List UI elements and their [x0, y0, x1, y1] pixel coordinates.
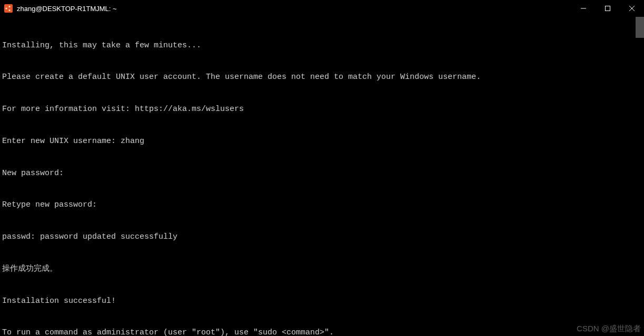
terminal-line: Retype new password: — [2, 200, 642, 210]
close-button[interactable] — [620, 0, 644, 17]
scrollbar-thumb[interactable] — [636, 17, 644, 38]
terminal-body[interactable]: Installing, this may take a few minutes.… — [0, 17, 644, 336]
window-title: zhang@DESKTOP-R1TMJML: ~ — [17, 5, 117, 13]
svg-point-2 — [9, 9, 11, 11]
svg-point-0 — [6, 8, 7, 9]
terminal-line: passwd: password updated successfully — [2, 232, 642, 242]
ubuntu-icon — [4, 4, 13, 13]
terminal-line: To run a command as administrator (user … — [2, 328, 642, 336]
terminal-line: Please create a default UNIX user accoun… — [2, 72, 642, 83]
vertical-scrollbar[interactable] — [636, 17, 644, 336]
maximize-button[interactable] — [596, 0, 620, 17]
terminal-line: Installing, this may take a few minutes.… — [2, 40, 642, 51]
terminal-line: Installation successful! — [2, 296, 642, 307]
terminal-line: Enter new UNIX username: zhang — [2, 136, 642, 147]
terminal-line: For more information visit: https://aka.… — [2, 104, 642, 115]
svg-point-1 — [9, 6, 11, 7]
terminal-line: New password: — [2, 168, 642, 179]
minimize-button[interactable] — [571, 0, 596, 17]
svg-rect-3 — [606, 6, 610, 11]
window-controls — [571, 0, 644, 17]
terminal-line: 操作成功完成。 — [2, 264, 642, 274]
titlebar-left: zhang@DESKTOP-R1TMJML: ~ — [0, 4, 117, 13]
window-titlebar: zhang@DESKTOP-R1TMJML: ~ — [0, 0, 644, 17]
